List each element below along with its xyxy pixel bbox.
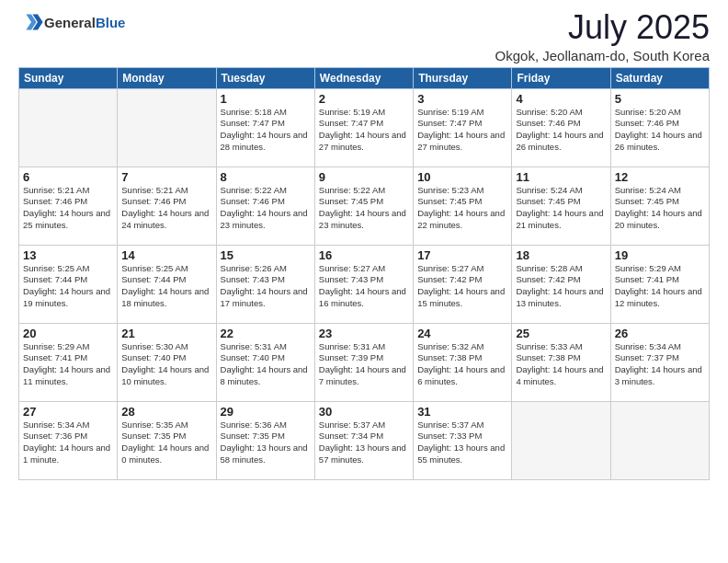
day-number: 6 — [23, 170, 113, 184]
cell-info: Sunrise: 5:34 AM Sunset: 7:37 PM Dayligh… — [615, 341, 705, 388]
table-row — [19, 88, 118, 167]
month-year: July 2025 — [495, 9, 710, 46]
day-number: 23 — [319, 327, 409, 340]
header-wednesday: Wednesday — [314, 67, 413, 88]
day-number: 29 — [221, 405, 311, 419]
day-number: 28 — [121, 405, 211, 419]
table-row: 7Sunrise: 5:21 AM Sunset: 7:46 PM Daylig… — [118, 167, 216, 245]
cell-info: Sunrise: 5:28 AM Sunset: 7:42 PM Dayligh… — [516, 263, 606, 310]
day-number: 27 — [23, 405, 113, 419]
generalblue-logo-icon — [18, 9, 44, 35]
day-number: 12 — [615, 170, 705, 184]
day-number: 21 — [121, 327, 211, 340]
table-row: 27Sunrise: 5:34 AM Sunset: 7:36 PM Dayli… — [19, 401, 118, 479]
cell-info: Sunrise: 5:29 AM Sunset: 7:41 PM Dayligh… — [23, 341, 113, 388]
day-number: 16 — [319, 248, 409, 262]
day-number: 22 — [221, 327, 311, 340]
day-number: 17 — [417, 248, 507, 262]
day-number: 26 — [615, 327, 705, 340]
day-number: 30 — [319, 405, 409, 419]
table-row: 2Sunrise: 5:19 AM Sunset: 7:47 PM Daylig… — [314, 88, 413, 167]
cell-info: Sunrise: 5:34 AM Sunset: 7:36 PM Dayligh… — [23, 419, 113, 466]
header-saturday: Saturday — [610, 67, 709, 88]
table-row: 18Sunrise: 5:28 AM Sunset: 7:42 PM Dayli… — [512, 245, 610, 323]
cell-info: Sunrise: 5:22 AM Sunset: 7:45 PM Dayligh… — [319, 185, 409, 232]
table-row: 1Sunrise: 5:18 AM Sunset: 7:47 PM Daylig… — [216, 88, 314, 167]
cell-info: Sunrise: 5:29 AM Sunset: 7:41 PM Dayligh… — [615, 263, 705, 310]
cell-info: Sunrise: 5:18 AM Sunset: 7:47 PM Dayligh… — [221, 107, 311, 154]
cell-info: Sunrise: 5:36 AM Sunset: 7:35 PM Dayligh… — [221, 419, 311, 466]
day-number: 3 — [417, 92, 507, 106]
weekday-header-row: Sunday Monday Tuesday Wednesday Thursday… — [19, 67, 710, 88]
cell-info: Sunrise: 5:31 AM Sunset: 7:39 PM Dayligh… — [319, 341, 409, 388]
logo-blue: Blue — [96, 15, 126, 30]
page: GeneralBlue July 2025 Okgok, Jeollanam-d… — [0, 0, 728, 563]
table-row: 31Sunrise: 5:37 AM Sunset: 7:33 PM Dayli… — [414, 401, 512, 479]
location: Okgok, Jeollanam-do, South Korea — [495, 48, 710, 63]
day-number: 13 — [23, 248, 113, 262]
table-row — [512, 401, 610, 479]
calendar-table: Sunday Monday Tuesday Wednesday Thursday… — [18, 67, 710, 480]
cell-info: Sunrise: 5:37 AM Sunset: 7:33 PM Dayligh… — [417, 419, 507, 466]
table-row: 29Sunrise: 5:36 AM Sunset: 7:35 PM Dayli… — [216, 401, 314, 479]
table-row: 3Sunrise: 5:19 AM Sunset: 7:47 PM Daylig… — [414, 88, 512, 167]
table-row: 14Sunrise: 5:25 AM Sunset: 7:44 PM Dayli… — [118, 245, 216, 323]
cell-info: Sunrise: 5:19 AM Sunset: 7:47 PM Dayligh… — [319, 107, 409, 154]
table-row: 19Sunrise: 5:29 AM Sunset: 7:41 PM Dayli… — [610, 245, 709, 323]
table-row: 25Sunrise: 5:33 AM Sunset: 7:38 PM Dayli… — [512, 323, 610, 401]
table-row: 16Sunrise: 5:27 AM Sunset: 7:43 PM Dayli… — [314, 245, 413, 323]
table-row: 13Sunrise: 5:25 AM Sunset: 7:44 PM Dayli… — [19, 245, 118, 323]
calendar-week-row: 27Sunrise: 5:34 AM Sunset: 7:36 PM Dayli… — [19, 401, 710, 479]
cell-info: Sunrise: 5:27 AM Sunset: 7:43 PM Dayligh… — [319, 263, 409, 310]
table-row: 23Sunrise: 5:31 AM Sunset: 7:39 PM Dayli… — [314, 323, 413, 401]
cell-info: Sunrise: 5:20 AM Sunset: 7:46 PM Dayligh… — [516, 107, 606, 154]
day-number: 31 — [417, 405, 507, 419]
day-number: 14 — [121, 248, 211, 262]
cell-info: Sunrise: 5:30 AM Sunset: 7:40 PM Dayligh… — [121, 341, 211, 388]
logo-general: General — [44, 15, 96, 30]
cell-info: Sunrise: 5:19 AM Sunset: 7:47 PM Dayligh… — [417, 107, 507, 154]
day-number: 2 — [319, 92, 409, 106]
table-row: 11Sunrise: 5:24 AM Sunset: 7:45 PM Dayli… — [512, 167, 610, 245]
table-row: 10Sunrise: 5:23 AM Sunset: 7:45 PM Dayli… — [414, 167, 512, 245]
calendar-week-row: 1Sunrise: 5:18 AM Sunset: 7:47 PM Daylig… — [19, 88, 710, 167]
day-number: 18 — [516, 248, 606, 262]
calendar-week-row: 6Sunrise: 5:21 AM Sunset: 7:46 PM Daylig… — [19, 167, 710, 245]
header-tuesday: Tuesday — [216, 67, 314, 88]
table-row — [610, 401, 709, 479]
cell-info: Sunrise: 5:25 AM Sunset: 7:44 PM Dayligh… — [121, 263, 211, 310]
header-friday: Friday — [512, 67, 610, 88]
header: GeneralBlue July 2025 Okgok, Jeollanam-d… — [18, 9, 710, 63]
cell-info: Sunrise: 5:24 AM Sunset: 7:45 PM Dayligh… — [615, 185, 705, 232]
day-number: 1 — [221, 92, 311, 106]
cell-info: Sunrise: 5:31 AM Sunset: 7:40 PM Dayligh… — [221, 341, 311, 388]
table-row: 8Sunrise: 5:22 AM Sunset: 7:46 PM Daylig… — [216, 167, 314, 245]
calendar-week-row: 20Sunrise: 5:29 AM Sunset: 7:41 PM Dayli… — [19, 323, 710, 401]
header-sunday: Sunday — [19, 67, 118, 88]
day-number: 20 — [23, 327, 113, 340]
cell-info: Sunrise: 5:23 AM Sunset: 7:45 PM Dayligh… — [417, 185, 507, 232]
table-row: 9Sunrise: 5:22 AM Sunset: 7:45 PM Daylig… — [314, 167, 413, 245]
cell-info: Sunrise: 5:37 AM Sunset: 7:34 PM Dayligh… — [319, 419, 409, 466]
cell-info: Sunrise: 5:21 AM Sunset: 7:46 PM Dayligh… — [121, 185, 211, 232]
day-number: 7 — [121, 170, 211, 184]
cell-info: Sunrise: 5:22 AM Sunset: 7:46 PM Dayligh… — [221, 185, 311, 232]
day-number: 19 — [615, 248, 705, 262]
cell-info: Sunrise: 5:27 AM Sunset: 7:42 PM Dayligh… — [417, 263, 507, 310]
table-row: 17Sunrise: 5:27 AM Sunset: 7:42 PM Dayli… — [414, 245, 512, 323]
table-row: 26Sunrise: 5:34 AM Sunset: 7:37 PM Dayli… — [610, 323, 709, 401]
cell-info: Sunrise: 5:25 AM Sunset: 7:44 PM Dayligh… — [23, 263, 113, 310]
cell-info: Sunrise: 5:33 AM Sunset: 7:38 PM Dayligh… — [516, 341, 606, 388]
header-monday: Monday — [118, 67, 216, 88]
day-number: 11 — [516, 170, 606, 184]
table-row: 20Sunrise: 5:29 AM Sunset: 7:41 PM Dayli… — [19, 323, 118, 401]
day-number: 9 — [319, 170, 409, 184]
cell-info: Sunrise: 5:24 AM Sunset: 7:45 PM Dayligh… — [516, 185, 606, 232]
day-number: 25 — [516, 327, 606, 340]
day-number: 4 — [516, 92, 606, 106]
logo: GeneralBlue — [18, 9, 125, 35]
header-thursday: Thursday — [414, 67, 512, 88]
table-row: 30Sunrise: 5:37 AM Sunset: 7:34 PM Dayli… — [314, 401, 413, 479]
table-row: 24Sunrise: 5:32 AM Sunset: 7:38 PM Dayli… — [414, 323, 512, 401]
table-row — [118, 88, 216, 167]
